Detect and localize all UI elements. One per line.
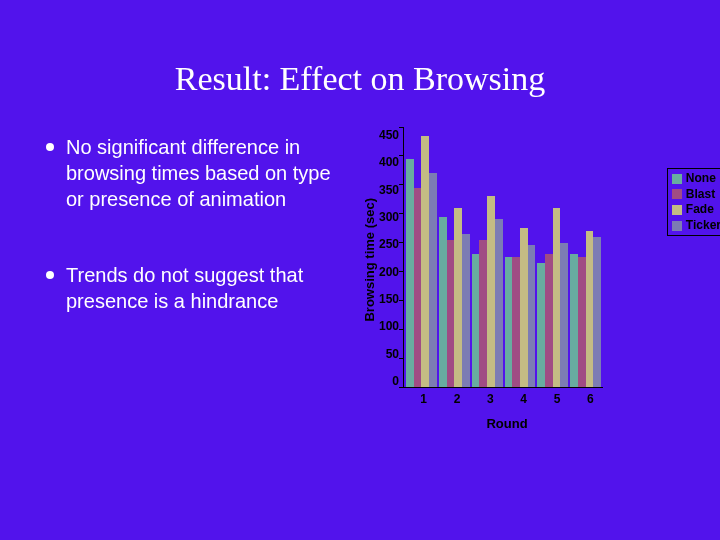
legend-swatch-icon bbox=[672, 174, 682, 184]
y-tick-label: 50 bbox=[386, 347, 399, 361]
y-tick-label: 200 bbox=[379, 265, 399, 279]
slide-title: Result: Effect on Browsing bbox=[40, 60, 680, 98]
bullet-list: No significant difference in browsing ti… bbox=[40, 128, 340, 431]
legend-swatch-icon bbox=[672, 189, 682, 199]
bar bbox=[505, 257, 513, 387]
bullet-item: No significant difference in browsing ti… bbox=[40, 134, 340, 212]
bar bbox=[462, 234, 470, 387]
y-tick-label: 400 bbox=[379, 155, 399, 169]
legend-swatch-icon bbox=[672, 205, 682, 215]
legend-label: Blast bbox=[686, 187, 715, 203]
bar bbox=[545, 254, 553, 387]
legend-item: Ticker bbox=[672, 218, 720, 234]
bar bbox=[454, 208, 462, 387]
bullet-text: Trends do not suggest that presence is a… bbox=[66, 262, 340, 314]
legend-item: Blast bbox=[672, 187, 720, 203]
bar bbox=[560, 243, 568, 387]
bar bbox=[447, 240, 455, 387]
bar bbox=[429, 173, 437, 387]
y-tick-label: 450 bbox=[379, 128, 399, 142]
bullet-item: Trends do not suggest that presence is a… bbox=[40, 262, 340, 314]
x-tick-label: 3 bbox=[474, 392, 507, 406]
bar bbox=[586, 231, 594, 387]
bullet-dot-icon bbox=[46, 271, 54, 279]
bar-group bbox=[505, 228, 536, 387]
plot-area bbox=[403, 128, 603, 388]
y-tick-label: 100 bbox=[379, 319, 399, 333]
legend-item: None bbox=[672, 171, 720, 187]
y-tick-label: 0 bbox=[392, 374, 399, 388]
bar bbox=[528, 245, 536, 387]
chart: Browsing time (sec) 45040035030025020015… bbox=[360, 128, 680, 431]
legend-item: Fade bbox=[672, 202, 720, 218]
legend-label: None bbox=[686, 171, 716, 187]
bar bbox=[553, 208, 561, 387]
y-tick-label: 250 bbox=[379, 237, 399, 251]
bar bbox=[472, 254, 480, 387]
bar-group bbox=[537, 208, 568, 387]
y-tick-label: 350 bbox=[379, 183, 399, 197]
bar-group bbox=[570, 231, 601, 387]
y-tick-label: 300 bbox=[379, 210, 399, 224]
legend-label: Fade bbox=[686, 202, 714, 218]
bullet-text: No significant difference in browsing ti… bbox=[66, 134, 340, 212]
bar bbox=[406, 159, 414, 387]
legend-label: Ticker bbox=[686, 218, 720, 234]
bar bbox=[593, 237, 601, 387]
bar bbox=[495, 219, 503, 387]
x-tick-label: 4 bbox=[507, 392, 540, 406]
bar bbox=[520, 228, 528, 387]
content-row: No significant difference in browsing ti… bbox=[40, 128, 680, 431]
legend-swatch-icon bbox=[672, 221, 682, 231]
x-tick-label: 6 bbox=[574, 392, 607, 406]
y-axis-ticks: 450400350300250200150100500 bbox=[379, 128, 403, 388]
bullet-dot-icon bbox=[46, 143, 54, 151]
bar-group bbox=[439, 208, 470, 387]
bar bbox=[414, 188, 422, 387]
bar bbox=[570, 254, 578, 387]
bar bbox=[439, 217, 447, 387]
x-axis-ticks: 123456 bbox=[407, 388, 607, 406]
bar-group bbox=[406, 136, 437, 387]
x-tick-label: 5 bbox=[540, 392, 573, 406]
y-axis-label: Browsing time (sec) bbox=[360, 198, 379, 322]
y-tick-label: 150 bbox=[379, 292, 399, 306]
x-tick-label: 1 bbox=[407, 392, 440, 406]
bar bbox=[421, 136, 429, 387]
legend: NoneBlastFadeTicker bbox=[667, 168, 720, 236]
x-axis-label: Round bbox=[407, 416, 607, 431]
bar bbox=[479, 240, 487, 387]
bar bbox=[578, 257, 586, 387]
x-tick-label: 2 bbox=[440, 392, 473, 406]
bar bbox=[487, 196, 495, 387]
bar bbox=[512, 257, 520, 387]
bar bbox=[537, 263, 545, 387]
bar-group bbox=[472, 196, 503, 387]
